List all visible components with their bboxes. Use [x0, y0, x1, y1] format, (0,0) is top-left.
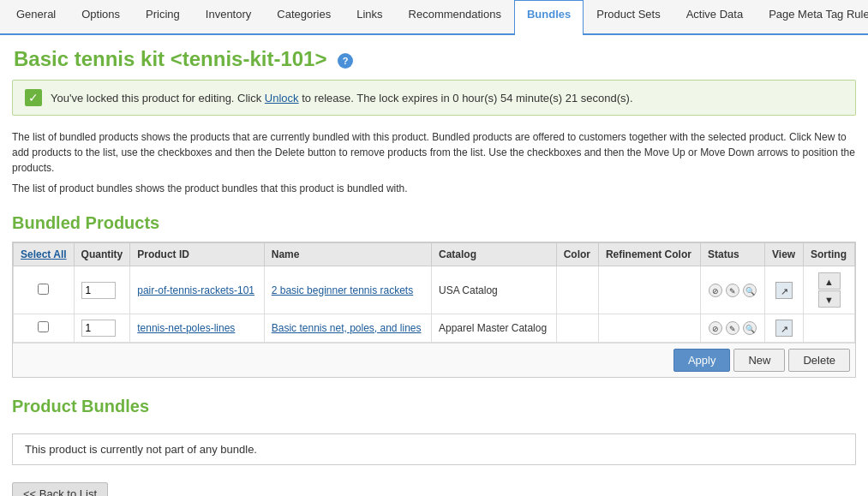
tab-bundles[interactable]: Bundles — [514, 0, 584, 35]
table-action-row: Apply New Delete — [13, 343, 855, 377]
col-header-status: Status — [701, 243, 765, 266]
row1-status-cell: ⊘ ✎ 🔍 — [701, 266, 765, 314]
col-header-color: Color — [556, 243, 598, 266]
bundle-section: This product is currently not part of an… — [12, 433, 856, 465]
lock-notice-text: You've locked this product for editing. … — [51, 92, 633, 105]
row2-quantity-input[interactable] — [81, 320, 116, 337]
row1-color-cell — [556, 266, 598, 314]
row2-name-link[interactable]: Basic tennis net, poles, and lines — [272, 322, 422, 334]
bundled-products-table: Select All Quantity Product ID Name Cata… — [13, 242, 855, 343]
bundle-empty-message: This product is currently not part of an… — [12, 433, 856, 465]
row1-status-icon1[interactable]: ⊘ — [709, 284, 722, 297]
row2-refinement-color-cell — [598, 314, 700, 343]
tab-pricing[interactable]: Pricing — [133, 0, 193, 33]
tab-page-meta-tag-rules[interactable]: Page Meta Tag Rules — [756, 0, 868, 33]
row1-refinement-color-cell — [598, 266, 700, 314]
description-line2: The list of product bundles shows the pr… — [12, 181, 856, 196]
row2-color-cell — [556, 314, 598, 343]
row1-sort-up[interactable]: ▲ — [818, 272, 841, 290]
col-header-select[interactable]: Select All — [14, 243, 75, 266]
row2-sorting-cell — [804, 314, 855, 343]
page-title: Basic tennis kit <tennis-kit-101> ? — [0, 35, 868, 80]
row1-name-cell: 2 basic beginner tennis rackets — [264, 266, 431, 314]
select-all-link[interactable]: Select All — [21, 248, 67, 260]
row1-checkbox[interactable] — [38, 284, 49, 295]
row1-catalog-cell: USA Catalog — [432, 266, 557, 314]
new-button[interactable]: New — [733, 349, 785, 372]
row2-product-id-link[interactable]: tennis-net-poles-lines — [137, 322, 235, 334]
unlock-link[interactable]: Unlock — [265, 92, 299, 105]
row1-quantity-input[interactable] — [81, 282, 116, 299]
tab-recommendations[interactable]: Recommendations — [396, 0, 514, 33]
row1-view-icon[interactable]: ↗ — [775, 282, 793, 299]
tab-inventory[interactable]: Inventory — [193, 0, 264, 33]
tab-product-sets[interactable]: Product Sets — [584, 0, 673, 33]
row2-name-cell: Basic tennis net, poles, and lines — [264, 314, 431, 343]
col-header-quantity: Quantity — [74, 243, 130, 266]
row2-quantity-cell — [74, 314, 130, 343]
tab-links[interactable]: Links — [344, 0, 395, 33]
tabs-bar: General Options Pricing Inventory Catego… — [0, 0, 868, 35]
row1-product-id-cell: pair-of-tennis-rackets-101 — [130, 266, 265, 314]
row1-sorting-cell: ▲ ▼ — [804, 266, 855, 314]
row2-view-icon[interactable]: ↗ — [775, 320, 793, 337]
row1-name-link[interactable]: 2 basic beginner tennis rackets — [272, 284, 413, 296]
row2-status-icon3[interactable]: 🔍 — [743, 321, 757, 335]
row1-checkbox-cell — [14, 266, 75, 314]
col-header-catalog: Catalog — [432, 243, 557, 266]
table-row: tennis-net-poles-lines Basic tennis net,… — [14, 314, 855, 343]
col-header-product-id: Product ID — [130, 243, 265, 266]
col-header-name: Name — [264, 243, 431, 266]
col-header-sorting: Sorting — [804, 243, 855, 266]
row1-view-cell: ↗ — [765, 266, 804, 314]
description-block: The list of bundled products shows the p… — [0, 124, 868, 200]
row2-status-icon1[interactable]: ⊘ — [709, 321, 722, 335]
help-icon[interactable]: ? — [338, 53, 353, 69]
bundled-products-heading: Bundled Products — [0, 200, 868, 242]
row1-status-icon3[interactable]: 🔍 — [743, 284, 757, 297]
bundled-products-table-wrap: Select All Quantity Product ID Name Cata… — [12, 242, 856, 378]
row1-sort-down[interactable]: ▼ — [818, 290, 841, 308]
tab-general[interactable]: General — [3, 0, 69, 33]
check-icon: ✓ — [25, 89, 42, 106]
row2-view-cell: ↗ — [765, 314, 804, 343]
row2-checkbox-cell — [14, 314, 75, 343]
row2-status-icon2[interactable]: ✎ — [726, 321, 739, 335]
row2-product-id-cell: tennis-net-poles-lines — [130, 314, 265, 343]
table-row: pair-of-tennis-rackets-101 2 basic begin… — [14, 266, 855, 314]
back-to-list-button[interactable]: << Back to List — [12, 482, 108, 496]
tab-options[interactable]: Options — [69, 0, 133, 33]
row2-status-cell: ⊘ ✎ 🔍 — [701, 314, 765, 343]
delete-button[interactable]: Delete — [788, 349, 850, 372]
col-header-refinement-color: Refinement Color — [598, 243, 700, 266]
apply-button[interactable]: Apply — [673, 349, 731, 372]
description-line1: The list of bundled products shows the p… — [12, 129, 856, 176]
row2-catalog-cell: Apparel Master Catalog — [432, 314, 557, 343]
row2-checkbox[interactable] — [38, 321, 49, 332]
tab-active-data[interactable]: Active Data — [673, 0, 756, 33]
row1-quantity-cell — [74, 266, 130, 314]
row1-status-icon2[interactable]: ✎ — [726, 284, 739, 297]
row1-product-id-link[interactable]: pair-of-tennis-rackets-101 — [137, 284, 254, 296]
tab-categories[interactable]: Categories — [264, 0, 344, 33]
product-bundles-heading: Product Bundles — [0, 383, 868, 425]
lock-notice: ✓ You've locked this product for editing… — [12, 80, 856, 116]
col-header-view: View — [765, 243, 804, 266]
